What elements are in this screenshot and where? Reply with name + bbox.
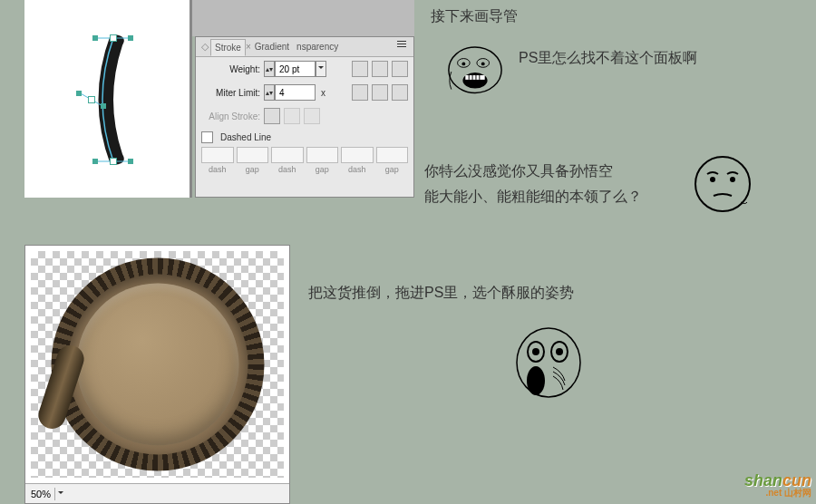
align-inside-icon — [284, 108, 300, 124]
annotation-4: 把这货推倒，拖进PS里，选个酥服的姿势 — [308, 284, 574, 303]
svg-point-17 — [517, 328, 580, 397]
svg-point-8 — [462, 73, 487, 88]
cap-square-icon[interactable] — [392, 61, 408, 77]
align-outside-icon — [304, 108, 320, 124]
rage-face-2 — [691, 152, 754, 214]
miter-input[interactable] — [275, 84, 316, 101]
handle-mid-left[interactable] — [76, 91, 82, 96]
corner-bevel-icon[interactable] — [392, 84, 408, 101]
panel-tabs: ◇ Stroke × Gradient nsparency — [196, 37, 413, 57]
rage-face-1 — [444, 45, 506, 98]
corner-round-icon[interactable] — [372, 84, 388, 101]
rage-face-3 — [512, 326, 585, 408]
dashed-label: Dashed Line — [220, 132, 271, 142]
dash-input-3[interactable] — [341, 147, 374, 163]
handle-bottom-right[interactable] — [128, 159, 133, 164]
zoom-dropdown[interactable] — [54, 488, 65, 500]
annotation-3: 你特么没感觉你又具备孙悟空 能大能小、能粗能细的本领了么？ — [424, 159, 642, 209]
panel-dock-area — [192, 0, 414, 36]
watermark: shancun .net 山村网 — [744, 471, 811, 499]
gap-input-1[interactable] — [237, 147, 269, 163]
transparency-background — [31, 251, 284, 478]
svg-point-5 — [461, 62, 465, 65]
svg-point-21 — [556, 348, 563, 355]
zoom-level: 50% — [31, 489, 51, 499]
panel-collapse-icon[interactable]: ◇ — [201, 41, 209, 53]
miter-stepper[interactable]: ▴▾ — [264, 84, 275, 101]
gap-input-2[interactable] — [306, 147, 339, 163]
anchor-bottom[interactable] — [110, 158, 117, 165]
crescent-path[interactable] — [79, 27, 151, 172]
svg-rect-9 — [465, 75, 484, 80]
weight-input[interactable] — [275, 61, 316, 77]
corner-miter-icon[interactable] — [352, 84, 368, 101]
align-label: Align Stroke: — [201, 111, 260, 121]
tab-transparency[interactable]: nsparency — [293, 39, 342, 54]
anchor-mid[interactable] — [88, 96, 95, 103]
weight-dropdown[interactable] — [316, 61, 326, 77]
svg-point-19 — [532, 348, 539, 355]
miter-label: Miter Limit: — [201, 88, 260, 98]
dashed-checkbox[interactable] — [201, 131, 213, 143]
handle-bottom-left[interactable] — [92, 159, 98, 164]
cap-butt-icon[interactable] — [352, 61, 368, 77]
panel-menu-icon[interactable] — [397, 41, 410, 50]
align-center-icon[interactable] — [264, 108, 280, 124]
svg-point-22 — [527, 366, 545, 395]
annotation-1: 接下来画导管 — [431, 7, 518, 26]
canvas-divider — [190, 0, 192, 198]
photoshop-canvas[interactable]: 50% — [24, 245, 290, 504]
tab-gradient[interactable]: Gradient — [251, 39, 293, 54]
svg-point-15 — [710, 177, 715, 182]
handle-top-right[interactable] — [128, 35, 133, 41]
svg-point-7 — [481, 62, 485, 65]
svg-point-16 — [730, 177, 735, 182]
handle-top-left[interactable] — [92, 35, 98, 41]
anchor-top[interactable] — [110, 34, 117, 42]
handle-mid-right[interactable] — [101, 103, 106, 109]
dial-object[interactable] — [51, 258, 264, 471]
zoom-bar: 50% — [25, 483, 289, 503]
dash-input-1[interactable] — [201, 147, 234, 163]
annotation-2: PS里怎么找不着这个面板啊 — [519, 49, 697, 68]
illustrator-canvas[interactable] — [24, 0, 190, 198]
dash-gap-row: dash gap dash gap dash gap — [196, 147, 413, 174]
tab-stroke[interactable]: Stroke — [210, 39, 246, 56]
cap-round-icon[interactable] — [372, 61, 388, 77]
weight-stepper[interactable]: ▴▾ — [264, 61, 275, 77]
dash-input-2[interactable] — [271, 147, 304, 163]
dial-face — [76, 284, 238, 446]
miter-suffix: x — [321, 88, 325, 98]
gap-input-3[interactable] — [376, 147, 409, 163]
stroke-panel: ◇ Stroke × Gradient nsparency Weight: ▴▾… — [195, 36, 414, 198]
weight-label: Weight: — [201, 64, 260, 74]
